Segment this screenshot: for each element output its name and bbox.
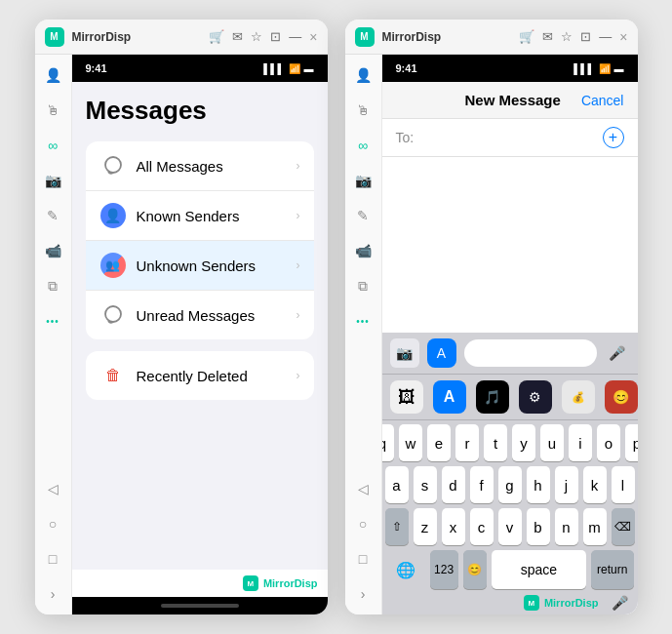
- sidebar-square-icon[interactable]: □: [42, 548, 63, 570]
- sidebar-camera2-icon[interactable]: 📹: [42, 240, 63, 261]
- key-e[interactable]: e: [427, 424, 451, 461]
- appstore-app-icon[interactable]: A: [433, 380, 466, 414]
- camera-tool-button[interactable]: 📷: [390, 338, 419, 368]
- key-m[interactable]: m: [583, 508, 607, 545]
- cash-app-icon[interactable]: 💰: [562, 380, 595, 414]
- key-n[interactable]: n: [555, 508, 578, 545]
- key-p[interactable]: p: [625, 424, 638, 461]
- recently-deleted-item[interactable]: 🗑 Recently Deleted ›: [86, 351, 314, 400]
- key-b[interactable]: b: [527, 508, 550, 545]
- photos-app-icon[interactable]: 🖼: [390, 380, 423, 414]
- cancel-button[interactable]: Cancel: [581, 93, 624, 108]
- to-input[interactable]: [419, 130, 596, 145]
- key-k[interactable]: k: [583, 466, 607, 503]
- right-sidebar: 👤 🖱 ∞ 📷 ✎ 📹 ⧉ ••• ◁ ○ □ ›: [345, 55, 382, 614]
- right-sidebar-back-icon[interactable]: ◁: [352, 478, 374, 499]
- avatar-app-icon[interactable]: 😊: [605, 380, 638, 414]
- key-w[interactable]: w: [399, 424, 422, 461]
- right-sidebar-dots-icon[interactable]: •••: [352, 310, 374, 332]
- right-title-bar: M MirrorDisp 🛒 ✉ ☆ ⊡ — ×: [345, 20, 638, 55]
- right-pin-icon[interactable]: ☆: [561, 29, 573, 44]
- key-h[interactable]: h: [527, 466, 550, 503]
- dark-app-icon[interactable]: ⚙: [519, 380, 552, 414]
- sidebar-edit-icon[interactable]: ✎: [42, 205, 63, 226]
- unread-messages-label: Unread Messages: [137, 307, 287, 324]
- wifi-icon: 📶: [289, 63, 300, 74]
- shazam-app-icon[interactable]: 🎵: [476, 380, 509, 414]
- sidebar-dots-icon[interactable]: •••: [42, 310, 63, 332]
- key-c[interactable]: c: [470, 508, 494, 545]
- recently-deleted-label: Recently Deleted: [137, 368, 287, 384]
- delete-key[interactable]: ⌫: [612, 508, 635, 545]
- key-v[interactable]: v: [498, 508, 522, 545]
- right-sidebar-circle-icon[interactable]: ○: [352, 513, 374, 535]
- key-t[interactable]: t: [484, 424, 507, 461]
- right-cart-icon[interactable]: 🛒: [519, 29, 534, 44]
- right-sidebar-camera-icon[interactable]: 📷: [352, 170, 374, 191]
- key-z[interactable]: z: [414, 508, 437, 545]
- right-sidebar-person-icon[interactable]: 👤: [352, 64, 374, 86]
- mail-icon[interactable]: ✉: [232, 29, 243, 44]
- emoji-key[interactable]: 😊: [463, 550, 487, 589]
- keyboard-toolbar: 📷 A 🎤: [382, 333, 638, 375]
- add-recipient-button[interactable]: +: [603, 127, 624, 148]
- key-x[interactable]: x: [442, 508, 465, 545]
- pin-icon[interactable]: ☆: [251, 29, 262, 44]
- key-i[interactable]: i: [569, 424, 592, 461]
- all-messages-item[interactable]: All Messages ›: [86, 141, 314, 191]
- close-icon[interactable]: ×: [309, 29, 317, 45]
- right-sidebar-mouse-icon[interactable]: 🖱: [352, 99, 374, 121]
- space-key[interactable]: space: [492, 550, 586, 589]
- screen-icon[interactable]: ⊡: [270, 29, 281, 44]
- right-sidebar-edit-icon[interactable]: ✎: [352, 205, 374, 226]
- right-minimize-icon[interactable]: —: [599, 29, 612, 44]
- key-r[interactable]: r: [455, 424, 479, 461]
- message-input[interactable]: [464, 339, 597, 367]
- sidebar-infinity-icon[interactable]: ∞: [42, 135, 63, 156]
- key-q[interactable]: q: [382, 424, 395, 461]
- right-mail-icon[interactable]: ✉: [542, 29, 553, 44]
- unread-messages-icon: [99, 301, 127, 329]
- right-screen-icon[interactable]: ⊡: [580, 29, 591, 44]
- appstore-tool-button[interactable]: A: [427, 338, 456, 368]
- num-key[interactable]: 123: [430, 550, 458, 589]
- sidebar-mouse-icon[interactable]: 🖱: [42, 99, 63, 121]
- key-f[interactable]: f: [470, 466, 494, 503]
- key-g[interactable]: g: [498, 466, 522, 503]
- globe-key[interactable]: 🌐: [386, 550, 425, 589]
- compose-area[interactable]: [382, 157, 638, 333]
- kb-bottom-row: 🌐 123 😊 space return: [386, 550, 634, 589]
- sidebar-layers-icon[interactable]: ⧉: [42, 275, 63, 297]
- mic-icon[interactable]: 🎤: [605, 340, 630, 366]
- shift-key[interactable]: ⇧: [385, 508, 409, 545]
- unread-messages-item[interactable]: Unread Messages ›: [86, 291, 314, 339]
- key-a[interactable]: a: [385, 466, 409, 503]
- all-messages-chevron: ›: [296, 159, 300, 173]
- return-key[interactable]: return: [591, 550, 634, 589]
- unread-messages-chevron: ›: [296, 308, 300, 322]
- right-sidebar-square-icon[interactable]: □: [352, 548, 374, 570]
- right-sidebar-chevron-icon[interactable]: ›: [352, 583, 374, 605]
- key-u[interactable]: u: [540, 424, 564, 461]
- right-sidebar-infinity-icon[interactable]: ∞: [352, 135, 374, 156]
- key-o[interactable]: o: [597, 424, 620, 461]
- known-senders-item[interactable]: 👤 Known Senders ›: [86, 191, 314, 241]
- right-logo: M: [355, 27, 375, 47]
- sidebar-camera-icon[interactable]: 📷: [42, 170, 63, 191]
- right-close-icon[interactable]: ×: [619, 29, 627, 45]
- sidebar-back-icon[interactable]: ◁: [42, 478, 63, 499]
- key-s[interactable]: s: [414, 466, 437, 503]
- sidebar-circle-icon[interactable]: ○: [42, 513, 63, 535]
- new-message-title: New Message: [465, 92, 561, 108]
- sidebar-person-icon[interactable]: 👤: [42, 64, 63, 86]
- right-sidebar-layers-icon[interactable]: ⧉: [352, 275, 374, 297]
- key-j[interactable]: j: [555, 466, 578, 503]
- sidebar-chevron-icon[interactable]: ›: [42, 583, 63, 605]
- cart-icon[interactable]: 🛒: [209, 29, 224, 44]
- right-sidebar-camera2-icon[interactable]: 📹: [352, 240, 374, 261]
- key-d[interactable]: d: [442, 466, 465, 503]
- key-l[interactable]: l: [612, 466, 635, 503]
- minimize-icon[interactable]: —: [289, 29, 301, 44]
- key-y[interactable]: y: [512, 424, 535, 461]
- unknown-senders-item[interactable]: 👥 Unknown Senders ›: [86, 241, 314, 291]
